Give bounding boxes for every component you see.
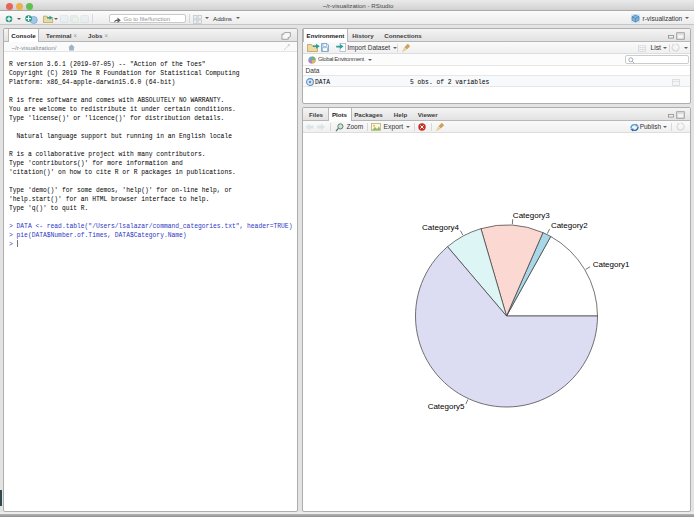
svg-text:Category2: Category2: [551, 221, 588, 230]
svg-text:Category5: Category5: [428, 402, 465, 411]
svg-text:Category1: Category1: [593, 260, 630, 269]
svg-text:Category3: Category3: [513, 211, 550, 220]
svg-text:Category4: Category4: [422, 223, 459, 232]
